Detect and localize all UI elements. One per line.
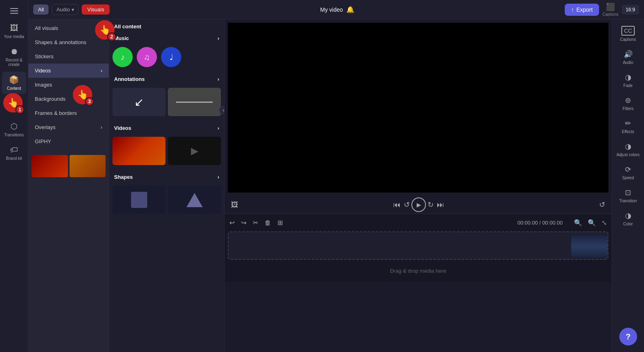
help-icon: ?: [625, 332, 630, 341]
videos-section-header[interactable]: Videos ›: [109, 121, 224, 135]
videos-label: Videos: [35, 68, 51, 74]
adjust-colors-icon: ◑: [625, 142, 631, 151]
body-area: All visuals Shapes & annotations Sticker…: [28, 19, 644, 352]
image-mode-btn[interactable]: 🖼: [229, 199, 240, 211]
images-label: Images: [35, 82, 52, 88]
shapes-arrow-icon: ›: [218, 174, 219, 180]
music-note-3: ♩: [169, 52, 173, 62]
right-item-captions[interactable]: CC Captions: [614, 23, 642, 45]
videos-content: ▶: [109, 135, 224, 170]
shapes-content: [109, 184, 224, 219]
videos-arrow-icon: ›: [101, 68, 102, 74]
backgrounds-label: Backgrounds: [35, 96, 66, 102]
dropdown-item-frames[interactable]: Frames & borders: [28, 106, 109, 120]
captions-label: Captions: [602, 12, 618, 17]
right-item-fade[interactable]: ◑ Fade: [614, 70, 642, 91]
filter-all-btn[interactable]: All: [33, 4, 49, 15]
preview-controls-row: 🖼 ⏮ ↺ ▶ ↻ ⏭ ↺: [225, 196, 612, 214]
right-item-color[interactable]: ◑ Color: [614, 208, 642, 229]
loop-btn[interactable]: ↺: [597, 199, 607, 211]
skip-back-btn[interactable]: ⏮: [392, 199, 402, 211]
line-shape: [176, 102, 213, 103]
sidebar-item-record-create[interactable]: ⏺ Record &create: [2, 44, 26, 70]
rewind-btn[interactable]: ↺: [402, 199, 411, 211]
dropdown-item-videos[interactable]: Videos ›: [28, 64, 109, 78]
notification-icon: 🔔: [346, 6, 354, 13]
music-item-2[interactable]: ♫: [137, 47, 157, 67]
video-title-tab[interactable]: My video 🔔: [316, 3, 359, 16]
export-button[interactable]: ↑ Export: [565, 4, 599, 16]
shapes-section-header[interactable]: Shapes ›: [109, 170, 224, 184]
audio-dropdown[interactable]: Audio ▾: [52, 4, 78, 15]
skip-forward-btn[interactable]: ⏭: [435, 199, 446, 211]
right-item-filters[interactable]: ⊚ Filters: [614, 93, 642, 114]
annotations-label: Annotations: [114, 76, 145, 82]
fit-btn[interactable]: ⤡: [600, 217, 608, 228]
dropdown-thumb-1[interactable]: [32, 155, 68, 177]
sidebar-item-label-text: Text: [10, 109, 17, 113]
forward-btn[interactable]: ↻: [426, 199, 435, 211]
dropdown-item-backgrounds[interactable]: Backgrounds: [28, 92, 109, 106]
fade-icon: ◑: [625, 73, 631, 82]
right-item-adjust-colors[interactable]: ◑ Adjust colors: [614, 139, 642, 160]
captions-button[interactable]: ⬛ Captions: [602, 2, 618, 17]
right-sidebar: CC Captions 🔊 Audio ◑ Fade ⊚ Filters ✏ E…: [612, 19, 644, 352]
music-item-3[interactable]: ♩: [161, 47, 181, 67]
sidebar-item-content[interactable]: 📦 Content: [2, 72, 26, 94]
annotation-thumb-2[interactable]: [168, 88, 221, 116]
right-item-speed[interactable]: ⟳ Speed: [614, 162, 642, 183]
redo-btn[interactable]: ↪: [239, 217, 248, 228]
shape-thumb-1[interactable]: [112, 186, 165, 214]
timeline-clip[interactable]: [571, 235, 608, 257]
dropdown-item-shapes[interactable]: Shapes & annotations: [28, 35, 109, 49]
transition-label: Transition: [619, 199, 637, 203]
undo-btn[interactable]: ↩: [228, 217, 236, 228]
record-create-icon: ⏺: [10, 47, 18, 56]
hamburger-menu[interactable]: [0, 3, 28, 19]
sidebar-item-transitions[interactable]: ⬡ Transitions: [2, 118, 26, 140]
music-section-header[interactable]: Music ›: [109, 31, 224, 45]
sidebar-item-text[interactable]: T Text: [2, 95, 26, 117]
zoom-out-btn[interactable]: 🔍: [572, 217, 584, 228]
right-item-transition[interactable]: ⊡ Transition: [614, 185, 642, 206]
sidebar-item-your-media[interactable]: 🖼 Your media: [2, 20, 26, 42]
music-item-1[interactable]: ♪: [112, 47, 133, 67]
sidebar-item-brand-kit[interactable]: 🏷 Brand kit: [2, 142, 26, 164]
drag-drop-hint: Drag & drop media here: [228, 263, 608, 279]
play-button[interactable]: ▶: [411, 197, 426, 212]
timeline-area: ↩ ↪ ✂ 🗑 ⊞ 00:00.00 / 00:00.00 🔍 🔍 ⤡: [225, 214, 612, 282]
zoom-in-btn[interactable]: 🔍: [586, 217, 597, 228]
video-thumb-1[interactable]: [112, 137, 165, 165]
music-grid: ♪ ♫ ♩: [109, 45, 224, 72]
filters-label: Filters: [623, 106, 633, 111]
right-item-audio[interactable]: 🔊 Audio: [614, 47, 642, 68]
dropdown-item-stickers[interactable]: Stickers: [28, 49, 109, 64]
text-icon: T: [12, 99, 16, 107]
shape-thumb-2[interactable]: [168, 186, 221, 214]
sidebar-left: 🖼 Your media ⏺ Record &create 📦 Content …: [0, 0, 28, 352]
drag-drop-text: Drag & drop media here: [390, 268, 446, 274]
right-item-help[interactable]: ?: [619, 328, 637, 346]
right-item-effects[interactable]: ✏ Effects: [614, 116, 642, 137]
hamburger-line-3: [10, 13, 18, 14]
dropdown-item-giphy[interactable]: GIPHY: [28, 134, 109, 148]
cut-btn[interactable]: ✂: [251, 217, 260, 228]
clip-thumbnail: [571, 235, 608, 257]
visuals-dropdown-panel: All visuals Shapes & annotations Sticker…: [28, 19, 109, 352]
aspect-ratio-button[interactable]: 16:9: [622, 5, 639, 15]
annotation-thumb-1[interactable]: ↙: [112, 88, 165, 116]
annotations-section-header[interactable]: Annotations ›: [109, 72, 224, 86]
annotation-arrow-img: ↙: [112, 88, 165, 116]
dropdown-item-overlays[interactable]: Overlays ›: [28, 120, 109, 134]
timeline-toolbar: ↩ ↪ ✂ 🗑 ⊞ 00:00.00 / 00:00.00 🔍 🔍 ⤡: [228, 217, 608, 228]
giphy-label: GIPHY: [35, 138, 51, 144]
delete-btn[interactable]: 🗑: [263, 218, 273, 228]
dropdown-thumb-2[interactable]: [70, 155, 106, 177]
dropdown-item-all-visuals[interactable]: All visuals: [28, 21, 109, 35]
video-thumb-2[interactable]: ▶: [168, 137, 221, 165]
annotation-line-img: [168, 88, 221, 116]
transitions-icon: ⬡: [11, 121, 17, 131]
lock-btn[interactable]: ⊞: [276, 217, 284, 228]
visuals-btn[interactable]: Visuals: [82, 4, 110, 15]
dropdown-item-images[interactable]: Images: [28, 78, 109, 92]
